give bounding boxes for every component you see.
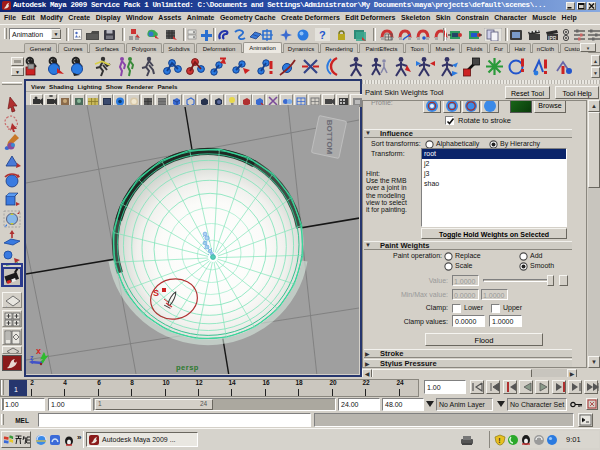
svg-text:IPR: IPR [548,35,557,41]
svg-text:?: ? [319,29,326,41]
svg-text:BOTTOM: BOTTOM [325,120,334,155]
svg-text:S: S [153,288,159,298]
svg-text:z: z [30,354,34,361]
svg-text:x: x [36,346,41,356]
svg-text:!: ! [498,437,500,444]
svg-text:persp: persp [176,363,199,372]
